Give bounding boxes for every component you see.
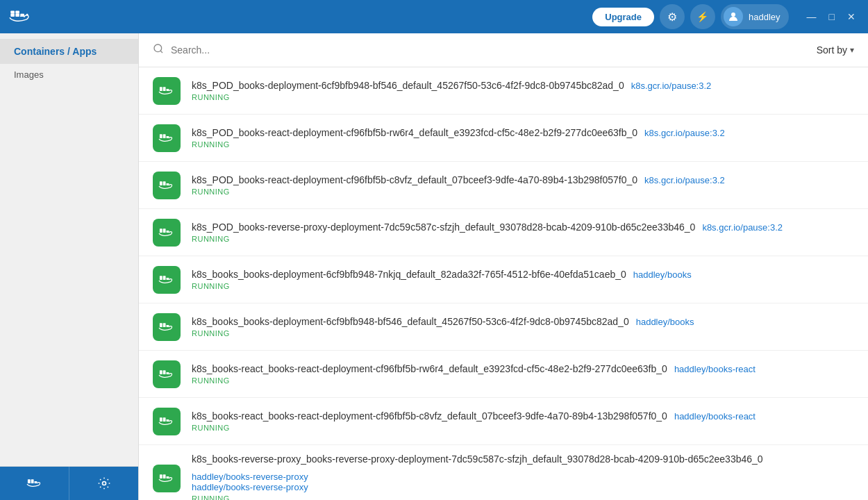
svg-rect-19 — [160, 87, 162, 89]
svg-rect-42 — [167, 325, 169, 327]
close-button[interactable]: ✕ — [843, 10, 860, 24]
sidebar-bottom — [0, 466, 138, 500]
svg-rect-21 — [163, 136, 166, 138]
container-info: k8s_books-react_books-react-deployment-c… — [192, 410, 854, 432]
svg-rect-16 — [163, 89, 166, 91]
upgrade-button[interactable]: Upgrade — [592, 8, 654, 26]
container-list: k8s_POD_books-deployment-6cf9bfb948-bf54… — [139, 67, 868, 500]
extensions-button[interactable]: ⚡ — [690, 4, 715, 29]
maximize-button[interactable]: □ — [825, 10, 839, 24]
extensions-icon: ⚡ — [696, 11, 708, 22]
table-row[interactable]: k8s_POD_books-deployment-6cf9bfb948-bf54… — [139, 67, 868, 115]
table-row[interactable]: k8s_POD_books-reverse-proxy-deployment-7… — [139, 209, 868, 256]
container-info: k8s_books-react_books-react-deployment-c… — [192, 363, 854, 385]
sidebar-docker-button[interactable] — [0, 467, 69, 500]
svg-rect-52 — [167, 419, 169, 422]
avatar — [724, 7, 743, 26]
container-status-icon — [153, 408, 181, 435]
container-name-row: k8s_books-react_books-react-deployment-c… — [192, 410, 854, 422]
svg-rect-50 — [160, 419, 162, 422]
svg-rect-56 — [163, 476, 166, 478]
container-image-link[interactable]: k8s.gcr.io/pause:3.2 — [644, 175, 725, 185]
svg-rect-39 — [160, 276, 162, 278]
container-image-link[interactable]: haddley/books-react — [674, 364, 756, 374]
svg-rect-53 — [163, 417, 166, 419]
table-row[interactable]: k8s_books_books-deployment-6cf9bfb948-bf… — [139, 303, 868, 351]
table-row[interactable]: k8s_books-react_books-react-deployment-c… — [139, 351, 868, 398]
container-status-icon — [153, 124, 181, 152]
container-image-link[interactable]: k8s.gcr.io/pause:3.2 — [644, 128, 725, 138]
svg-rect-43 — [163, 323, 166, 325]
container-name: k8s_books-reverse-proxy_books-reverse-pr… — [192, 453, 763, 465]
table-row[interactable]: k8s_books-react_books-react-deployment-c… — [139, 398, 868, 445]
svg-rect-1 — [15, 14, 19, 17]
container-status-icon — [153, 313, 181, 341]
container-image-link[interactable]: haddley/books — [633, 269, 692, 280]
container-name: k8s_POD_books-react-deployment-cf96fbf5b… — [192, 127, 637, 138]
user-menu-button[interactable]: haddley — [721, 4, 789, 29]
window-controls: — □ ✕ — [803, 10, 860, 24]
container-name: k8s_books-react_books-react-deployment-c… — [192, 363, 667, 374]
svg-rect-40 — [160, 325, 162, 327]
svg-rect-45 — [160, 372, 162, 374]
container-status-icon — [153, 465, 181, 492]
svg-rect-35 — [160, 278, 162, 280]
sort-chevron-icon: ▾ — [850, 45, 854, 55]
container-status-label: RUNNING — [192, 494, 854, 500]
sidebar-item-containers[interactable]: Containers / Apps — [0, 39, 138, 64]
svg-rect-28 — [163, 181, 166, 183]
svg-rect-51 — [163, 419, 166, 422]
container-image-link[interactable]: k8s.gcr.io/pause:3.2 — [631, 81, 712, 91]
svg-rect-29 — [160, 181, 162, 183]
container-image-link[interactable]: haddley/books-react — [674, 411, 756, 422]
container-name: k8s_POD_books-deployment-6cf9bfb948-bf54… — [192, 80, 624, 91]
search-wrap — [153, 43, 817, 57]
container-info: k8s_POD_books-react-deployment-cf96fbf5b… — [192, 127, 854, 149]
settings-button[interactable]: ⚙ — [660, 4, 685, 29]
svg-rect-8 — [31, 481, 33, 483]
container-name: k8s_books_books-deployment-6cf9bfb948-bf… — [192, 316, 629, 327]
container-status-label: RUNNING — [192, 329, 854, 338]
svg-rect-33 — [163, 228, 166, 231]
minimize-button[interactable]: — — [803, 10, 821, 24]
svg-rect-27 — [167, 183, 169, 185]
search-input[interactable] — [171, 44, 817, 56]
container-image-link[interactable]: haddley/books — [636, 317, 694, 327]
container-name: k8s_POD_books-reverse-proxy-deployment-7… — [192, 222, 695, 233]
container-status-label: RUNNING — [192, 188, 854, 196]
table-row[interactable]: k8s_books-reverse-proxy_books-reverse-pr… — [139, 445, 868, 500]
search-icon — [153, 43, 164, 57]
svg-rect-38 — [163, 276, 166, 278]
table-row[interactable]: k8s_POD_books-react-deployment-cf96fbf5b… — [139, 115, 868, 162]
svg-rect-54 — [160, 417, 162, 419]
svg-rect-58 — [163, 474, 166, 476]
svg-rect-10 — [31, 479, 33, 481]
container-name-row: k8s_books-reverse-proxy_books-reverse-pr… — [192, 453, 854, 482]
container-status-icon — [153, 360, 181, 388]
sidebar-settings-button[interactable] — [69, 467, 138, 500]
svg-rect-23 — [163, 134, 166, 136]
container-status-label: RUNNING — [192, 235, 854, 243]
svg-rect-24 — [160, 134, 162, 136]
docker-logo — [8, 7, 33, 26]
svg-rect-37 — [167, 278, 169, 280]
svg-rect-36 — [163, 278, 166, 280]
svg-rect-32 — [167, 231, 169, 233]
main-layout: Containers / Apps Images — [0, 33, 868, 500]
container-extra-link[interactable]: haddley/books-reverse-proxy — [192, 482, 308, 492]
container-status-label: RUNNING — [192, 140, 854, 149]
container-status-label: RUNNING — [192, 424, 854, 432]
sort-by-button[interactable]: Sort by ▾ — [817, 44, 854, 56]
container-image-link[interactable]: k8s.gcr.io/pause:3.2 — [702, 222, 783, 233]
container-name: k8s_books-react_books-react-deployment-c… — [192, 410, 667, 422]
container-image-link[interactable]: haddley/books-reverse-proxy — [192, 472, 308, 482]
docker-logo-icon — [8, 7, 33, 26]
sidebar-item-images[interactable]: Images — [0, 64, 138, 85]
container-name-row: k8s_POD_books-deployment-6cf9bfb948-bf54… — [192, 80, 854, 91]
svg-rect-20 — [160, 136, 162, 138]
table-row[interactable]: k8s_books_books-deployment-6cf9bfb948-7n… — [139, 256, 868, 303]
container-name: k8s_books_books-deployment-6cf9bfb948-7n… — [192, 269, 626, 280]
container-status-label: RUNNING — [192, 93, 854, 101]
table-row[interactable]: k8s_POD_books-react-deployment-cf96fbf5b… — [139, 162, 868, 209]
container-status-icon — [153, 266, 181, 294]
